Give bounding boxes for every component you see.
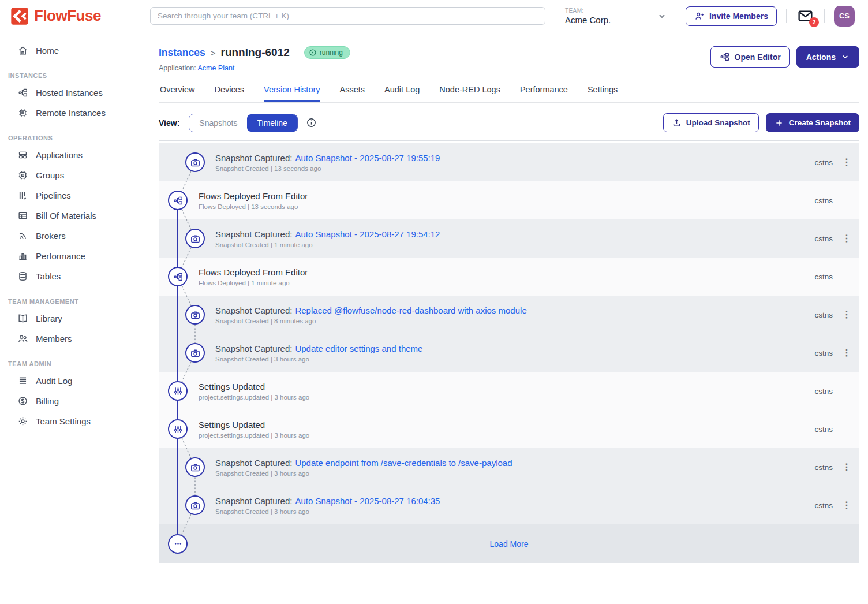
broadcast-icon [17,230,28,241]
kebab-menu-icon[interactable]: ⋮ [842,348,850,357]
kebab-menu-icon[interactable]: ⋮ [842,310,850,319]
sidebar-item-performance[interactable]: Performance [0,246,143,266]
kebab-menu-icon[interactable]: ⋮ [842,158,850,167]
sidebar-item-label: Remote Instances [36,108,106,118]
tab-node-red-logs[interactable]: Node-RED Logs [439,85,500,102]
sidebar-item-members[interactable]: Members [0,329,143,349]
row-meta: Flows Deployed | 1 minute ago [199,279,308,286]
row-meta: Flows Deployed | 13 seconds ago [199,203,308,210]
toggle-snapshots[interactable]: Snapshots [189,114,247,132]
brand[interactable]: FlowFuse [0,7,143,25]
plus-icon [775,118,784,128]
tab-version-history[interactable]: Version History [264,85,320,102]
tab-audit-log[interactable]: Audit Log [384,85,420,102]
snapshot-link[interactable]: Update editor settings and theme [295,344,422,353]
sidebar-item-hosted-instances[interactable]: Hosted Instances [0,83,143,103]
breadcrumb-instances-link[interactable]: Instances [159,47,205,59]
snapshot-link[interactable]: Auto Snapshot - 2025-08-27 16:04:35 [295,496,440,506]
timeline-row: Snapshot Captured:Auto Snapshot - 2025-0… [159,219,859,258]
divider [786,9,787,23]
status-running-icon [309,49,317,57]
brand-name: FlowFuse [34,7,101,25]
application-line: Application: Acme Plant [159,64,350,72]
sidebar-item-tables[interactable]: Tables [0,266,143,286]
camera-icon [185,457,205,477]
create-snapshot-button[interactable]: Create Snapshot [766,113,859,132]
row-meta: project.settings.updated | 3 hours ago [199,394,309,401]
flows-deployed-icon [168,267,188,286]
upload-icon [672,118,682,128]
row-meta: project.settings.updated | 3 hours ago [199,432,309,439]
upload-snapshot-label: Upload Snapshot [686,118,750,127]
sidebar-item-label: Groups [36,170,64,180]
snapshot-link[interactable]: Update endpoint from /save-credentials t… [295,458,512,468]
tab-performance[interactable]: Performance [520,85,568,102]
search-input[interactable] [150,7,545,25]
timeline-row: Settings Updated project.settings.update… [159,410,859,448]
sidebar-item-label: Brokers [36,231,66,241]
row-meta: Snapshot Created | 3 hours ago [215,356,422,363]
sidebar-item-pipelines[interactable]: Pipelines [0,185,143,206]
settings-sliders-icon [168,419,188,439]
database-icon [17,271,28,282]
team-name: Acme Corp. [565,15,657,25]
timeline-row: Snapshot Captured:Update editor settings… [159,334,859,372]
kebab-menu-icon[interactable]: ⋮ [842,501,850,510]
timeline-row: Snapshot Captured:Replaced @flowfuse/nod… [159,296,859,334]
kebab-menu-icon[interactable]: ⋮ [842,234,850,243]
sidebar-item-applications[interactable]: Applications [0,145,143,165]
sidebar-item-brokers[interactable]: Brokers [0,226,143,246]
invite-members-button[interactable]: Invite Members [686,6,777,26]
snapshot-title-prefix: Snapshot Captured: [215,458,292,468]
row-meta: Snapshot Created | 3 hours ago [215,508,440,515]
sidebar-item-billing[interactable]: Billing [0,391,143,411]
upload-snapshot-button[interactable]: Upload Snapshot [663,113,759,132]
sidebar-item-library[interactable]: Library [0,308,143,329]
event-title: Flows Deployed From Editor [199,267,308,277]
row-meta: Snapshot Created | 1 minute ago [215,241,440,248]
kebab-menu-icon[interactable]: ⋮ [842,463,850,472]
timeline-row: Flows Deployed From Editor Flows Deploye… [159,258,859,296]
flowfuse-logo-icon [10,7,29,25]
tab-overview[interactable]: Overview [160,85,194,102]
divider [824,9,825,23]
avatar[interactable]: CS [834,6,855,27]
sidebar-item-groups[interactable]: Groups [0,165,143,185]
sidebar-item-home[interactable]: Home [0,40,143,61]
sidebar-item-remote-instances[interactable]: Remote Instances [0,103,143,123]
sidebar-item-audit-log[interactable]: Audit Log [0,371,143,391]
home-icon [17,45,28,56]
application-link[interactable]: Acme Plant [197,64,234,72]
main-content: Instances > running-6012 running Applica… [144,32,868,604]
snapshot-link[interactable]: Auto Snapshot - 2025-08-27 19:54:12 [295,229,440,239]
open-editor-button[interactable]: Open Editor [710,46,790,68]
row-user: cstns [814,196,833,205]
breadcrumb: Instances > running-6012 running [159,46,350,59]
info-icon[interactable] [306,117,317,128]
tab-assets[interactable]: Assets [340,85,365,102]
sidebar-item-team-settings[interactable]: Team Settings [0,411,143,431]
snapshot-link[interactable]: Auto Snapshot - 2025-08-27 19:55:19 [295,153,440,163]
load-more-link[interactable]: Load More [159,539,859,549]
row-meta: Snapshot Created | 13 seconds ago [215,165,440,172]
dollar-circle-icon [17,396,28,407]
row-user: cstns [814,273,833,281]
sidebar-section-instances: INSTANCES [0,61,143,83]
actions-button[interactable]: Actions [796,46,859,68]
sidebar-item-label: Audit Log [36,376,72,386]
sidebar-item-bill-of-materials[interactable]: Bill Of Materials [0,206,143,226]
toggle-timeline[interactable]: Timeline [247,114,297,132]
row-meta: Snapshot Created | 3 hours ago [215,470,512,477]
tab-devices[interactable]: Devices [214,85,244,102]
sidebar-item-label: Performance [36,251,85,261]
sidebar-item-label: Hosted Instances [36,88,103,98]
timeline-row: Snapshot Captured:Update endpoint from /… [159,448,859,486]
snapshot-link[interactable]: Replaced @flowfuse/node-red-dashboard wi… [295,305,526,315]
open-editor-label: Open Editor [735,53,781,62]
notifications-button[interactable]: 2 [797,8,814,24]
team-selector[interactable]: TEAM: Acme Corp. [565,8,667,25]
tab-settings[interactable]: Settings [588,85,618,102]
camera-icon [185,305,205,325]
snapshot-title-prefix: Snapshot Captured: [215,305,292,315]
list-lines-icon [17,375,28,386]
